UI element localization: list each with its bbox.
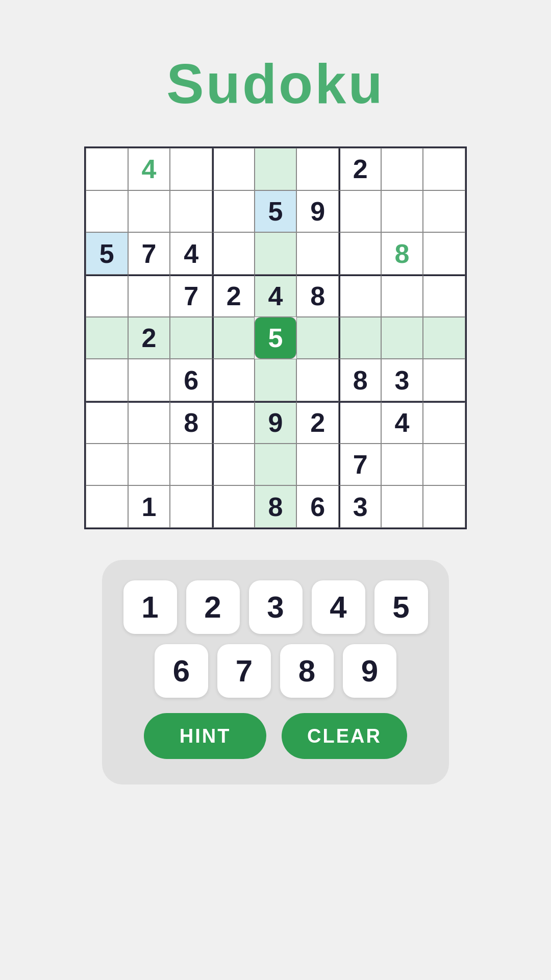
cell[interactable]: 2 (128, 317, 170, 359)
cell[interactable] (128, 190, 170, 233)
cell[interactable] (86, 485, 128, 528)
cell[interactable] (212, 232, 255, 275)
cell[interactable] (86, 444, 128, 486)
cell[interactable]: 7 (128, 232, 170, 275)
action-row: HINT CLEAR (144, 713, 407, 759)
num-btn-3[interactable]: 3 (249, 580, 303, 634)
cell[interactable] (423, 485, 465, 528)
cell[interactable]: 2 (296, 401, 339, 444)
cell[interactable]: 2 (339, 148, 381, 190)
cell[interactable] (339, 401, 381, 444)
cell[interactable] (381, 317, 423, 359)
cell[interactable] (128, 359, 170, 401)
cell[interactable]: 9 (296, 190, 339, 233)
cell[interactable]: 7 (339, 444, 381, 486)
cell[interactable]: 4 (170, 232, 212, 275)
cell[interactable] (212, 485, 255, 528)
cell[interactable]: 5 (255, 190, 297, 233)
cell[interactable] (212, 444, 255, 486)
cell[interactable] (296, 148, 339, 190)
cell[interactable]: 1 (128, 485, 170, 528)
cell[interactable] (212, 401, 255, 444)
cell[interactable] (255, 232, 297, 275)
cell[interactable] (128, 444, 170, 486)
cell[interactable]: 4 (255, 275, 297, 317)
cell[interactable] (423, 232, 465, 275)
cell[interactable] (339, 275, 381, 317)
cell[interactable] (296, 359, 339, 401)
cell[interactable] (296, 232, 339, 275)
app-title: Sudoku (166, 51, 384, 116)
cell[interactable]: 6 (296, 485, 339, 528)
hint-button[interactable]: HINT (144, 713, 266, 759)
cell[interactable] (170, 148, 212, 190)
cell[interactable] (86, 359, 128, 401)
cell[interactable] (255, 148, 297, 190)
cell[interactable]: 8 (170, 401, 212, 444)
cell[interactable] (255, 444, 297, 486)
cell[interactable] (170, 444, 212, 486)
clear-button[interactable]: CLEAR (282, 713, 407, 759)
cell[interactable] (423, 148, 465, 190)
cell[interactable]: 8 (381, 232, 423, 275)
cell[interactable] (128, 275, 170, 317)
sudoku-grid: 42595748724825683892471863 (84, 146, 467, 529)
number-row-1: 12345 (123, 580, 428, 634)
cell[interactable] (86, 148, 128, 190)
cell[interactable]: 7 (170, 275, 212, 317)
cell[interactable] (423, 275, 465, 317)
cell[interactable] (212, 148, 255, 190)
cell[interactable] (381, 190, 423, 233)
cell[interactable] (423, 190, 465, 233)
cell[interactable] (381, 275, 423, 317)
num-btn-1[interactable]: 1 (123, 580, 177, 634)
cell[interactable] (339, 232, 381, 275)
num-btn-7[interactable]: 7 (217, 644, 271, 698)
cell[interactable] (86, 401, 128, 444)
cell[interactable]: 6 (170, 359, 212, 401)
cell[interactable] (339, 190, 381, 233)
cell[interactable] (128, 401, 170, 444)
cell[interactable]: 8 (255, 485, 297, 528)
cell[interactable] (86, 275, 128, 317)
cell[interactable] (381, 148, 423, 190)
cell[interactable] (296, 444, 339, 486)
num-btn-4[interactable]: 4 (312, 580, 365, 634)
num-btn-8[interactable]: 8 (280, 644, 334, 698)
cell[interactable] (423, 359, 465, 401)
cell[interactable]: 3 (381, 359, 423, 401)
cell[interactable] (170, 485, 212, 528)
cell[interactable] (339, 317, 381, 359)
cell[interactable] (381, 485, 423, 528)
num-btn-5[interactable]: 5 (374, 580, 428, 634)
cell[interactable] (170, 317, 212, 359)
cell[interactable]: 4 (128, 148, 170, 190)
cell[interactable] (255, 359, 297, 401)
cell[interactable] (381, 444, 423, 486)
num-btn-9[interactable]: 9 (343, 644, 396, 698)
cell[interactable] (296, 317, 339, 359)
cell[interactable]: 9 (255, 401, 297, 444)
cell[interactable] (212, 190, 255, 233)
num-btn-6[interactable]: 6 (155, 644, 208, 698)
cell[interactable]: 2 (212, 275, 255, 317)
number-row-2: 6789 (155, 644, 396, 698)
cell[interactable] (86, 190, 128, 233)
cell[interactable]: 5 (86, 232, 128, 275)
cell[interactable] (212, 317, 255, 359)
cell[interactable] (423, 317, 465, 359)
cell[interactable] (170, 190, 212, 233)
num-btn-2[interactable]: 2 (186, 580, 240, 634)
cell[interactable]: 3 (339, 485, 381, 528)
cell[interactable] (423, 444, 465, 486)
cell[interactable]: 4 (381, 401, 423, 444)
keyboard-area: 12345 6789 HINT CLEAR (102, 560, 449, 785)
cell[interactable] (86, 317, 128, 359)
cell[interactable]: 8 (296, 275, 339, 317)
cell[interactable] (423, 401, 465, 444)
cell[interactable] (212, 359, 255, 401)
cell[interactable]: 8 (339, 359, 381, 401)
cell[interactable]: 5 (255, 317, 297, 359)
